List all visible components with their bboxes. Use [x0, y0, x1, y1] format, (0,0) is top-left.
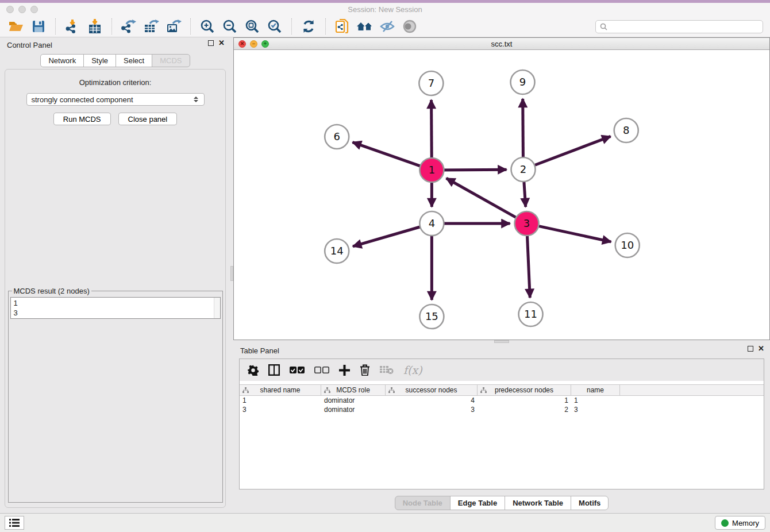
- graph-edge-3-1[interactable]: [446, 178, 518, 218]
- birds-eye-view-icon[interactable]: [401, 18, 419, 35]
- add-column-icon[interactable]: [339, 365, 350, 376]
- graph-node-8[interactable]: 8: [614, 118, 638, 142]
- tab-style[interactable]: Style: [83, 54, 116, 67]
- cell-predecessor-nodes[interactable]: 2: [478, 406, 571, 414]
- graph-node-11[interactable]: 11: [519, 302, 543, 326]
- table-row[interactable]: 1dominator411: [240, 396, 764, 405]
- tab-select[interactable]: Select: [116, 54, 152, 67]
- cell-predecessor-nodes[interactable]: 1: [478, 396, 571, 404]
- delete-table-icon[interactable]: [380, 365, 394, 375]
- network-canvas[interactable]: 7968124314101511: [234, 50, 769, 340]
- svg-text:1: 1: [429, 164, 435, 176]
- column-header-MCDS-role[interactable]: MCDS role: [321, 385, 386, 395]
- hide-graphics-details-icon[interactable]: [378, 18, 396, 35]
- cell-MCDS-role[interactable]: dominator: [321, 406, 386, 414]
- float-panel-icon[interactable]: [208, 40, 214, 46]
- graph-node-9[interactable]: 9: [511, 70, 535, 94]
- cell-shared-name[interactable]: 3: [240, 406, 321, 414]
- graph-edge-3-10[interactable]: [536, 226, 611, 242]
- graph-node-6[interactable]: 6: [325, 125, 349, 149]
- cell-successor-nodes[interactable]: 4: [386, 396, 478, 404]
- graph-edge-1-7[interactable]: [432, 100, 432, 160]
- cell-name[interactable]: 3: [571, 406, 620, 414]
- cell-MCDS-role[interactable]: dominator: [321, 396, 386, 404]
- graph-edge-3-11[interactable]: [527, 233, 530, 298]
- node-table-container: f(x) shared nameMCDS rolesuccessor nodes…: [239, 358, 764, 489]
- cell-shared-name[interactable]: 1: [240, 396, 321, 404]
- graph-edge-2-3[interactable]: [524, 179, 526, 207]
- float-panel-icon[interactable]: [748, 346, 753, 352]
- search-input[interactable]: [610, 22, 759, 30]
- table-panel-title: Table Panel: [240, 346, 279, 355]
- import-table-icon[interactable]: [86, 18, 104, 35]
- graph-node-2[interactable]: 2: [511, 157, 536, 182]
- graph-edge-1-6[interactable]: [353, 142, 423, 167]
- close-panel-icon[interactable]: ✕: [758, 346, 764, 352]
- function-builder-icon[interactable]: f(x): [403, 364, 422, 376]
- selected-criterion: strongly connected component: [32, 95, 194, 104]
- splitter-handle[interactable]: [230, 266, 233, 281]
- graph-edge-2-9[interactable]: [523, 99, 523, 160]
- zoom-fit-icon[interactable]: [243, 18, 261, 35]
- network-window-title: scc.txt: [234, 40, 769, 48]
- unselect-all-columns-icon[interactable]: [314, 367, 329, 374]
- result-scrollbar[interactable]: [214, 298, 220, 318]
- mcds-result-textarea[interactable]: 1 3: [10, 297, 221, 319]
- zoom-selected-icon[interactable]: [265, 18, 284, 35]
- export-image-icon[interactable]: [164, 18, 183, 35]
- column-header-predecessor-nodes[interactable]: predecessor nodes: [478, 385, 571, 395]
- memory-button[interactable]: Memory: [715, 516, 765, 530]
- optimization-criterion-select[interactable]: strongly connected component: [26, 93, 205, 106]
- graph-node-1[interactable]: 1: [419, 158, 444, 182]
- new-network-file-icon[interactable]: [333, 18, 352, 35]
- node-table[interactable]: shared nameMCDS rolesuccessor nodesprede…: [240, 384, 764, 414]
- zoom-in-icon[interactable]: [198, 18, 217, 35]
- graph-node-3[interactable]: 3: [515, 211, 539, 236]
- graph-node-14[interactable]: 14: [325, 239, 349, 263]
- open-file-icon[interactable]: [7, 18, 25, 35]
- graph-node-4[interactable]: 4: [419, 211, 444, 236]
- search-box[interactable]: [595, 20, 763, 33]
- graph-edge-4-14[interactable]: [353, 226, 422, 246]
- cell-name[interactable]: 1: [571, 396, 620, 404]
- refresh-layout-icon[interactable]: [299, 18, 318, 35]
- titlebar[interactable]: Session: New Session: [0, 3, 770, 16]
- close-panel-button[interactable]: Close panel: [118, 113, 178, 125]
- toolbar-separator: [291, 18, 292, 34]
- tab-node-table[interactable]: Node Table: [395, 496, 451, 510]
- save-session-icon[interactable]: [29, 18, 48, 35]
- graph-node-15[interactable]: 15: [419, 304, 444, 329]
- select-all-columns-icon[interactable]: [290, 367, 305, 374]
- table-row[interactable]: 3dominator323: [240, 405, 764, 414]
- export-table-icon[interactable]: [142, 18, 160, 35]
- network-close-button[interactable]: ✕: [238, 40, 246, 48]
- tab-edge-table[interactable]: Edge Table: [450, 496, 505, 510]
- graph-edge-1-2[interactable]: [441, 169, 506, 170]
- delete-column-icon[interactable]: [360, 364, 370, 376]
- vertical-splitter[interactable]: [230, 37, 233, 513]
- close-panel-icon[interactable]: ✕: [218, 40, 225, 46]
- export-network-icon[interactable]: [120, 18, 138, 35]
- split-panel-icon[interactable]: [268, 364, 280, 376]
- tab-motifs[interactable]: Motifs: [571, 496, 609, 510]
- tab-mcds[interactable]: MCDS: [152, 54, 190, 67]
- import-network-icon[interactable]: [63, 18, 82, 35]
- column-header-shared-name[interactable]: shared name: [240, 385, 321, 395]
- run-mcds-button[interactable]: Run MCDS: [53, 113, 111, 125]
- graph-edge-2-8[interactable]: [532, 136, 610, 166]
- show-all-networks-icon[interactable]: [356, 18, 374, 35]
- cell-successor-nodes[interactable]: 3: [386, 406, 478, 414]
- column-header-successor-nodes[interactable]: successor nodes: [386, 385, 478, 395]
- zoom-out-icon[interactable]: [221, 18, 239, 35]
- network-zoom-button[interactable]: +: [261, 40, 269, 48]
- column-header-name[interactable]: name: [571, 385, 620, 395]
- task-history-button[interactable]: [5, 516, 24, 530]
- graph-node-10[interactable]: 10: [615, 233, 640, 257]
- graph-node-7[interactable]: 7: [419, 71, 443, 95]
- tab-network[interactable]: Network: [40, 54, 84, 67]
- tab-network-table[interactable]: Network Table: [505, 496, 571, 510]
- network-minimize-button[interactable]: −: [250, 40, 257, 48]
- column-settings-icon[interactable]: [248, 365, 259, 376]
- network-view-window[interactable]: ✕ − + scc.txt 7968124314101511: [233, 37, 770, 340]
- network-graph[interactable]: 7968124314101511: [234, 50, 769, 340]
